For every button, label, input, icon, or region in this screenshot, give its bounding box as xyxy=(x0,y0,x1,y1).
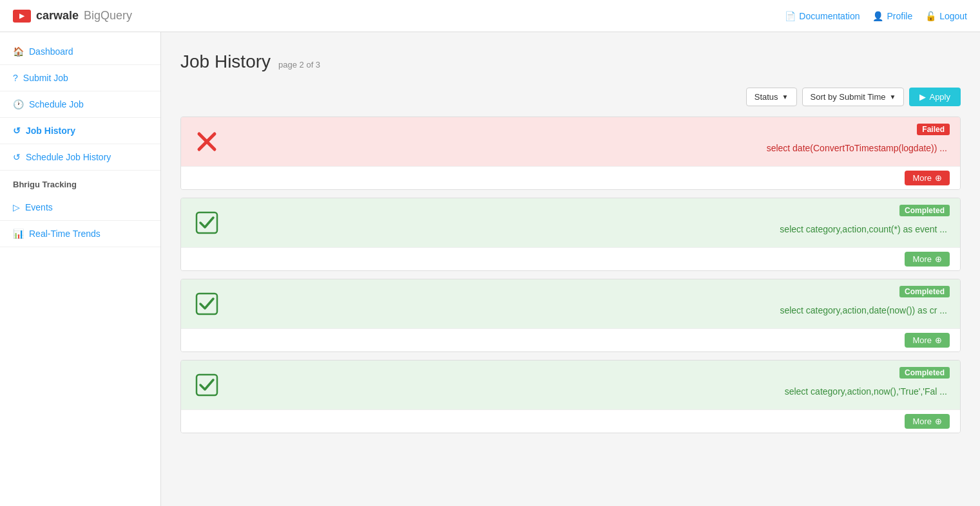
job-4-more-label: More xyxy=(912,417,932,426)
job-card-4: Completed select category,action,now(),'… xyxy=(180,360,961,433)
job-3-more-button[interactable]: More ⊕ xyxy=(905,333,950,348)
job-4-footer: More ⊕ xyxy=(181,409,960,433)
schedule-job-icon: 🕐 xyxy=(13,99,24,109)
job-card-4-main: Completed select category,action,now(),'… xyxy=(181,361,960,409)
sidebar-schedule-job-history-label: Schedule Job History xyxy=(26,152,111,162)
sidebar-item-schedule-job[interactable]: 🕐 Schedule Job xyxy=(0,91,160,118)
sidebar-events-label: Events xyxy=(25,202,53,212)
job-3-query: select category,action,date(now()) as cr… xyxy=(233,292,947,315)
job-2-more-icon: ⊕ xyxy=(935,254,942,264)
job-3-footer: More ⊕ xyxy=(181,328,960,351)
sidebar-item-submit-job[interactable]: ? Submit Job xyxy=(0,65,160,91)
job-2-more-label: More xyxy=(912,254,932,264)
status-dropdown[interactable]: Status ▼ xyxy=(746,88,797,106)
job-card-3-main: Completed select category,action,date(no… xyxy=(181,279,960,328)
dashboard-icon: 🏠 xyxy=(13,46,24,57)
profile-label: Profile xyxy=(887,11,912,21)
sidebar-section-bhrigu: Bhrigu Tracking xyxy=(0,171,160,194)
page-pagination: page 2 of 3 xyxy=(278,60,320,70)
sidebar-trends-label: Real-Time Trends xyxy=(29,229,101,239)
sidebar: 🏠 Dashboard ? Submit Job 🕐 Schedule Job … xyxy=(0,32,161,506)
job-card-2: Completed select category,action,count(*… xyxy=(180,198,961,271)
job-1-status-icon xyxy=(194,129,220,155)
job-4-more-icon: ⊕ xyxy=(935,417,942,426)
job-2-status-badge: Completed xyxy=(899,205,950,216)
job-4-status-badge: Completed xyxy=(899,367,950,379)
main-content: Job History page 2 of 3 Status ▼ Sort by… xyxy=(161,32,980,506)
logo-text: ▶ xyxy=(19,12,24,19)
page-header: Job History page 2 of 3 xyxy=(180,52,961,72)
sidebar-item-real-time-trends[interactable]: 📊 Real-Time Trends xyxy=(0,221,160,247)
events-icon: ▷ xyxy=(13,202,20,212)
sidebar-item-events[interactable]: ▷ Events xyxy=(0,194,160,221)
job-2-query: select category,action,count(*) as event… xyxy=(233,211,947,234)
logout-link[interactable]: 🔓 Logout xyxy=(925,11,967,21)
sidebar-item-job-history[interactable]: ↺ Job History xyxy=(0,118,160,144)
sidebar-dashboard-label: Dashboard xyxy=(29,46,73,57)
logout-icon: 🔓 xyxy=(925,11,936,21)
header-nav: 📄 Documentation 👤 Profile 🔓 Logout xyxy=(785,11,967,21)
apply-filter-icon: ▶ xyxy=(919,92,926,102)
job-card-2-main: Completed select category,action,count(*… xyxy=(181,198,960,247)
job-1-more-label: More xyxy=(912,173,932,183)
job-1-footer: More ⊕ xyxy=(181,166,960,189)
documentation-label: Documentation xyxy=(799,11,860,21)
job-2-more-button[interactable]: More ⊕ xyxy=(905,252,950,267)
sort-label: Sort by Submit Time xyxy=(811,92,886,102)
job-2-status-icon xyxy=(194,210,220,236)
sidebar-schedule-job-label: Schedule Job xyxy=(29,99,84,109)
job-1-status-badge: Failed xyxy=(917,124,950,135)
job-3-status-badge: Completed xyxy=(899,286,950,297)
sort-dropdown[interactable]: Sort by Submit Time ▼ xyxy=(802,88,905,106)
brand-name: carwale xyxy=(36,9,79,23)
job-card-1: Failed select date(ConvertToTimestamp(lo… xyxy=(180,117,961,190)
job-4-status-icon xyxy=(194,372,220,398)
sidebar-item-schedule-job-history[interactable]: ↺ Schedule Job History xyxy=(0,144,160,171)
job-card-3: Completed select category,action,date(no… xyxy=(180,279,961,352)
documentation-link[interactable]: 📄 Documentation xyxy=(785,11,860,21)
job-history-icon: ↺ xyxy=(13,126,21,136)
profile-icon: 👤 xyxy=(872,11,883,21)
job-4-more-button[interactable]: More ⊕ xyxy=(905,414,950,429)
job-4-query: select category,action,now(),'True','Fal… xyxy=(233,373,947,397)
trends-icon: 📊 xyxy=(13,229,24,239)
job-3-more-label: More xyxy=(912,335,932,345)
logout-label: Logout xyxy=(939,11,967,21)
job-1-query: select date(ConvertToTimestamp(logdate))… xyxy=(233,130,947,153)
submit-job-icon: ? xyxy=(13,73,18,83)
sidebar-submit-job-label: Submit Job xyxy=(23,73,68,83)
sidebar-item-dashboard[interactable]: 🏠 Dashboard xyxy=(0,39,160,65)
sort-caret-icon: ▼ xyxy=(890,93,896,100)
schedule-job-history-icon: ↺ xyxy=(13,152,21,162)
apply-label: Apply xyxy=(929,92,950,102)
doc-icon: 📄 xyxy=(785,11,796,21)
job-1-more-icon: ⊕ xyxy=(935,173,942,183)
job-3-status-icon xyxy=(194,291,220,317)
status-label: Status xyxy=(754,92,778,102)
job-3-more-icon: ⊕ xyxy=(935,335,942,345)
job-card-1-main: Failed select date(ConvertToTimestamp(lo… xyxy=(181,117,960,166)
status-caret-icon: ▼ xyxy=(782,93,789,100)
toolbar: Status ▼ Sort by Submit Time ▼ ▶ Apply xyxy=(180,88,961,106)
product-name: BigQuery xyxy=(84,9,132,23)
logo-icon: ▶ xyxy=(13,10,31,23)
job-2-footer: More ⊕ xyxy=(181,247,960,270)
profile-link[interactable]: 👤 Profile xyxy=(872,11,912,21)
apply-button[interactable]: ▶ Apply xyxy=(909,88,961,106)
job-1-more-button[interactable]: More ⊕ xyxy=(905,171,950,185)
page-title: Job History xyxy=(180,52,271,72)
app-header: ▶ carwale BigQuery 📄 Documentation 👤 Pro… xyxy=(0,0,980,32)
sidebar-job-history-label: Job History xyxy=(26,126,75,136)
header-brand: ▶ carwale BigQuery xyxy=(13,9,132,23)
